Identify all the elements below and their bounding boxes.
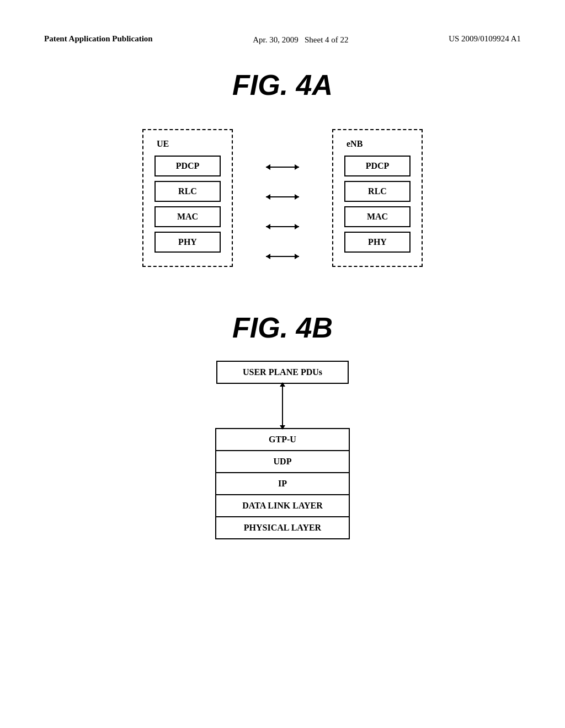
sheet-info: Apr. 30, 2009 Sheet 4 of 22 <box>253 33 348 46</box>
mac-bidir-arrow <box>266 221 299 232</box>
gtp-u-box: GTP-U <box>216 429 349 451</box>
enb-pdcp-box: PDCP <box>344 156 411 176</box>
pdcp-bidir-arrow <box>266 162 299 173</box>
udp-box: UDP <box>216 451 349 473</box>
phy-arrow <box>266 251 299 262</box>
page-header: Patent Application Publication Apr. 30, … <box>44 33 521 46</box>
vertical-bidir-arrow <box>282 387 283 425</box>
page: Patent Application Publication Apr. 30, … <box>0 0 565 728</box>
patent-number: US 2009/0109924 A1 <box>449 33 521 45</box>
rlc-arrow <box>266 191 299 202</box>
ue-rlc-box: RLC <box>154 181 221 202</box>
publication-date: Apr. 30, 2009 <box>253 35 299 44</box>
fig4a-diagram: UE PDCP RLC MAC PHY <box>131 118 434 278</box>
ue-phy-box: PHY <box>154 232 221 253</box>
rlc-row-enb: RLC <box>344 181 411 202</box>
ue-mac-box: MAC <box>154 206 221 227</box>
sheet-number: Sheet 4 of 22 <box>305 35 349 44</box>
ue-label: UE <box>154 139 221 149</box>
rlc-bidir-arrow <box>266 191 299 202</box>
mac-row-enb: MAC <box>344 206 411 227</box>
enb-mac-box: MAC <box>344 206 411 227</box>
enb-phy-box: PHY <box>344 232 411 253</box>
data-link-layer-box: DATA LINK LAYER <box>216 495 349 517</box>
fig4b-diagram: USER PLANE PDUs GTP-U UDP IP DATA LINK L… <box>215 361 350 539</box>
enb-label: eNB <box>344 139 411 149</box>
rlc-row-ue: RLC <box>154 181 221 202</box>
ue-pdcp-box: PDCP <box>154 156 221 176</box>
enb-block: eNB PDCP RLC MAC PHY <box>332 129 423 267</box>
ip-box: IP <box>216 473 349 495</box>
phy-row-enb: PHY <box>344 232 411 253</box>
fig4b-section: FIG. 4B USER PLANE PDUs GTP-U UDP IP DAT… <box>44 311 521 539</box>
ue-block: UE PDCP RLC MAC PHY <box>142 129 233 267</box>
arrow-column <box>266 129 299 267</box>
pdcp-row-enb: PDCP <box>344 156 411 176</box>
phy-row-ue: PHY <box>154 232 221 253</box>
physical-layer-box: PHYSICAL LAYER <box>216 517 349 538</box>
fig4a-diagram-container: UE PDCP RLC MAC PHY <box>44 118 521 278</box>
mac-arrow <box>266 221 299 232</box>
user-plane-pdus-box: USER PLANE PDUs <box>216 361 349 384</box>
pdcp-arrow <box>266 162 299 173</box>
vertical-arrow-section <box>282 384 283 428</box>
pdcp-row-ue: PDCP <box>154 156 221 176</box>
phy-bidir-arrow <box>266 251 299 262</box>
fig4b-title: FIG. 4B <box>44 311 521 344</box>
fig4b-diagram-container: USER PLANE PDUs GTP-U UDP IP DATA LINK L… <box>44 361 521 539</box>
enb-rlc-box: RLC <box>344 181 411 202</box>
publication-label: Patent Application Publication <box>44 33 153 45</box>
fig4a-title: FIG. 4A <box>44 68 521 101</box>
protocol-stack: GTP-U UDP IP DATA LINK LAYER PHYSICAL LA… <box>215 428 350 539</box>
mac-row-ue: MAC <box>154 206 221 227</box>
